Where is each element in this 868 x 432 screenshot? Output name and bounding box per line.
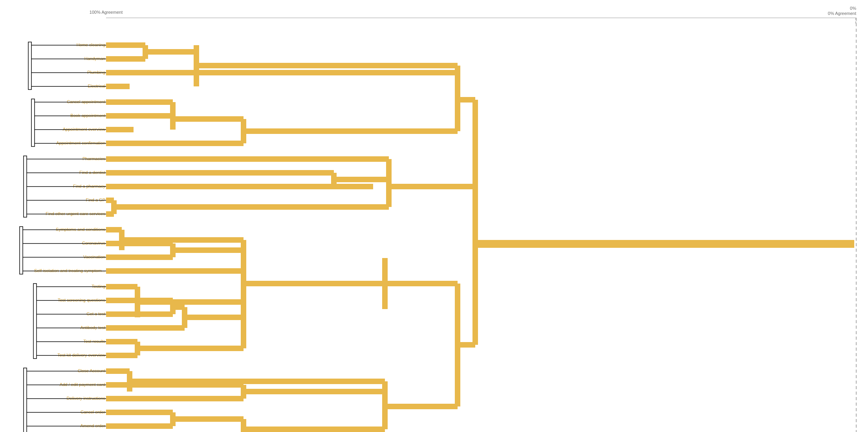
label-plumbing: Plumbing xyxy=(87,70,105,75)
label-close-account: Close Account xyxy=(78,368,105,373)
label-vaccination: Vaccination xyxy=(83,254,105,259)
label-0-agreement: 0% Agreement xyxy=(828,11,856,16)
label-appointment-overview: Appointment overview xyxy=(63,127,105,132)
label-get-test: Get a test xyxy=(86,311,105,316)
label-home-cleaning: Home cleaning xyxy=(77,42,105,47)
label-delivery-instructions: Delivery instructions xyxy=(67,396,106,401)
label-test-results: Test results xyxy=(83,339,105,344)
svg-rect-97 xyxy=(24,368,27,432)
dendrogram-svg: Home cleaning Handyman Plumbing Electric… xyxy=(0,18,868,432)
label-cancel-appointment: Cancel appointment xyxy=(67,99,105,104)
label-testing: Testing xyxy=(92,284,105,289)
svg-rect-16 xyxy=(31,99,35,146)
label-book-appointment: Book appointment xyxy=(70,113,105,118)
label-test-kit-delivery: Test kit delivery overview xyxy=(57,353,105,357)
svg-rect-31 xyxy=(24,156,27,217)
label-find-pharmacy: Find a pharmacy xyxy=(73,184,105,189)
label-find-gp: Find a GP xyxy=(86,198,105,202)
label-cancel-order: Cancel order xyxy=(81,410,105,414)
label-0-percent: 0% xyxy=(850,6,856,11)
label-coronavirus: Coronavirus xyxy=(82,241,106,245)
svg-rect-0 xyxy=(28,42,31,90)
label-electrical: Electrical xyxy=(88,84,105,88)
chart-container: 100% Agreement 0% 0% Agreement Home clea… xyxy=(0,0,868,432)
label-amend-order: Amend order xyxy=(80,423,105,428)
label-find-urgent: Find other urgent care services xyxy=(46,211,105,216)
label-100-percent: 100% Agreement xyxy=(90,10,123,15)
label-test-screening: Test screening questions xyxy=(58,298,106,302)
label-pharmacies: Pharmacies xyxy=(82,156,106,161)
svg-rect-69 xyxy=(33,284,37,359)
label-self-isolation: Self-isolation and treating symptom... xyxy=(34,268,105,273)
label-handyman: Handyman xyxy=(84,56,105,61)
label-antibody-test: Antibody test xyxy=(80,325,105,330)
label-add-payment: Add / edit payment card xyxy=(60,382,105,387)
label-find-dentist: Find a dentist xyxy=(79,170,105,175)
label-symptoms: Symptoms and conditions xyxy=(56,227,105,232)
label-appointment-confirmation: Appointment confirmation xyxy=(56,141,105,145)
svg-rect-53 xyxy=(20,227,23,274)
